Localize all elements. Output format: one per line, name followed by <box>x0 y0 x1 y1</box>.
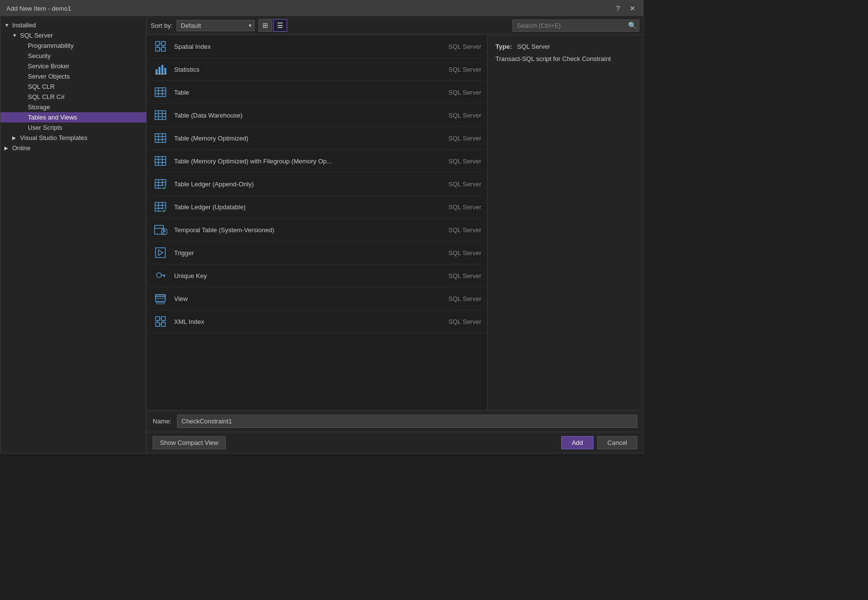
list-item[interactable]: Table (Data Warehouse) SQL Server <box>147 104 487 127</box>
sidebar-storage-label: Storage <box>28 103 50 111</box>
sort-select[interactable]: Default Name Type <box>177 20 255 31</box>
svg-rect-61 <box>156 317 159 320</box>
unique-key-category: SQL Server <box>433 272 481 280</box>
sidebar: ▼ Installed ▼ SQL Server Programmability… <box>0 16 147 453</box>
view-name: View <box>174 295 427 302</box>
svg-rect-63 <box>156 322 159 326</box>
svg-rect-50 <box>156 248 165 258</box>
sidebar-programmability-label: Programmability <box>28 42 74 49</box>
sort-select-wrap: Default Name Type <box>177 20 255 31</box>
add-new-item-dialog: Add New Item - demo1 ? ✕ ▼ Installed ▼ S… <box>0 0 644 454</box>
add-button[interactable]: Add <box>561 436 593 449</box>
help-button[interactable]: ? <box>614 4 622 12</box>
sidebar-item-security[interactable]: Security <box>0 51 146 61</box>
items-list[interactable]: Spatial Index SQL Server <box>147 35 487 410</box>
search-input[interactable] <box>513 20 639 32</box>
list-item[interactable]: Table SQL Server <box>147 81 487 104</box>
view-category: SQL Server <box>433 295 481 302</box>
table-name: Table <box>174 89 427 96</box>
table-ledger-updatable-name: Table Ledger (Updatable) <box>174 203 427 211</box>
svg-rect-62 <box>161 317 165 320</box>
sidebar-item-programmability[interactable]: Programmability <box>0 40 146 51</box>
xml-index-name: XML Index <box>174 318 427 325</box>
unique-key-icon <box>153 268 168 283</box>
sidebar-item-online[interactable]: ▶ Online <box>0 143 146 153</box>
xml-index-icon <box>153 314 168 329</box>
installed-label: Installed <box>12 21 36 29</box>
list-item[interactable]: Trigger SQL Server <box>147 241 487 264</box>
temporal-table-icon <box>153 222 168 238</box>
list-item[interactable]: Unique Key SQL Server <box>147 264 487 287</box>
grid-view-button[interactable]: ⊞ <box>258 19 272 32</box>
name-input[interactable] <box>177 415 637 428</box>
table-memory-filegroup-category: SQL Server <box>433 158 481 165</box>
sidebar-item-sql-clr[interactable]: SQL CLR <box>0 81 146 92</box>
content-area: Sort by: Default Name Type ⊞ ☰ 🔍 <box>147 16 643 453</box>
title-bar-actions: ? ✕ <box>614 4 637 12</box>
sidebar-service-broker-label: Service Broker <box>28 62 69 70</box>
svg-rect-11 <box>164 68 166 74</box>
table-memory-optimized-name: Table (Memory Optimized) <box>174 135 427 142</box>
sidebar-item-storage[interactable]: Storage <box>0 102 146 112</box>
close-button[interactable]: ✕ <box>628 4 637 12</box>
list-item[interactable]: View SQL Server <box>147 287 487 310</box>
online-arrow: ▶ <box>4 145 10 151</box>
sidebar-item-server-objects[interactable]: Server Objects <box>0 71 146 81</box>
spatial-index-name: Spatial Index <box>174 43 427 50</box>
sidebar-tables-views-label: Tables and Views <box>28 114 77 121</box>
table-memory-filegroup-icon <box>153 153 168 169</box>
table-ledger-updatable-category: SQL Server <box>433 203 481 211</box>
table-data-warehouse-category: SQL Server <box>433 112 481 119</box>
trigger-icon <box>153 245 168 260</box>
svg-rect-23 <box>155 134 166 142</box>
search-wrap: 🔍 <box>513 20 639 32</box>
sidebar-item-user-scripts[interactable]: User Scripts <box>0 122 146 133</box>
temporal-table-category: SQL Server <box>433 226 481 234</box>
table-data-warehouse-icon <box>153 107 168 123</box>
table-data-warehouse-name: Table (Data Warehouse) <box>174 112 427 119</box>
sidebar-vs-templates-label: Visual Studio Templates <box>20 134 87 141</box>
svg-rect-56 <box>156 295 165 297</box>
sidebar-item-tables-and-views[interactable]: Tables and Views <box>0 112 146 122</box>
spatial-index-category: SQL Server <box>433 43 481 50</box>
list-item[interactable]: Spatial Index SQL Server <box>147 35 487 58</box>
svg-rect-13 <box>155 88 166 97</box>
table-memory-filegroup-name: Table (Memory Optimized) with Filegroup … <box>174 158 427 165</box>
trigger-category: SQL Server <box>433 249 481 257</box>
toolbar: Sort by: Default Name Type ⊞ ☰ 🔍 <box>147 16 643 35</box>
cancel-button[interactable]: Cancel <box>597 436 637 449</box>
list-item[interactable]: Table Ledger (Updatable) SQL Server <box>147 196 487 219</box>
table-ledger-append-category: SQL Server <box>433 180 481 188</box>
sidebar-item-visual-studio-templates[interactable]: ▶ Visual Studio Templates <box>0 133 146 143</box>
sort-label: Sort by: <box>151 22 173 29</box>
sidebar-server-objects-label: Server Objects <box>28 73 70 80</box>
main-area: ▼ Installed ▼ SQL Server Programmability… <box>0 16 643 453</box>
sidebar-item-sql-server[interactable]: ▼ SQL Server <box>0 30 146 40</box>
svg-rect-8 <box>156 69 158 74</box>
type-key: Type: <box>495 43 512 50</box>
sidebar-item-sql-clr-c[interactable]: SQL CLR C# <box>0 92 146 102</box>
sidebar-item-installed[interactable]: ▼ Installed <box>0 20 146 30</box>
dialog-title: Add New Item - demo1 <box>6 5 71 12</box>
table-memory-optimized-icon <box>153 130 168 146</box>
dialog-actions: Add Cancel <box>561 436 637 449</box>
table-category: SQL Server <box>433 89 481 96</box>
list-item[interactable]: XML Index SQL Server <box>147 310 487 333</box>
search-icon-button[interactable]: 🔍 <box>628 21 636 29</box>
unique-key-name: Unique Key <box>174 272 427 280</box>
statistics-category: SQL Server <box>433 66 481 73</box>
list-view-button[interactable]: ☰ <box>273 19 287 32</box>
sidebar-sql-clr-label: SQL CLR <box>28 83 55 90</box>
sidebar-item-service-broker[interactable]: Service Broker <box>0 61 146 71</box>
trigger-name: Trigger <box>174 249 427 257</box>
list-item[interactable]: Statistics SQL Server <box>147 58 487 81</box>
view-buttons: ⊞ ☰ <box>258 19 287 32</box>
list-item[interactable]: Temporal Table (System-Versioned) SQL Se… <box>147 219 487 241</box>
list-item[interactable]: Table Ledger (Append-Only) SQL Server <box>147 173 487 196</box>
show-compact-view-button[interactable]: Show Compact View <box>153 436 226 449</box>
items-and-type: Spatial Index SQL Server <box>147 35 643 410</box>
list-item[interactable]: Table (Memory Optimized) with Filegroup … <box>147 150 487 173</box>
table-icon <box>153 84 168 100</box>
list-item[interactable]: Table (Memory Optimized) SQL Server <box>147 127 487 150</box>
statistics-name: Statistics <box>174 66 427 73</box>
